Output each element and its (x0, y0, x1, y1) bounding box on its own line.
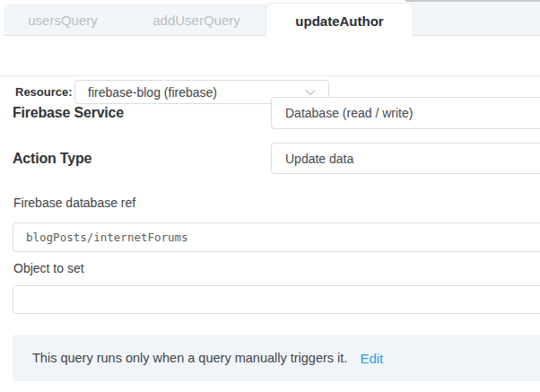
tab-add-user-query[interactable]: addUserQuery (134, 4, 259, 36)
object-to-set-label: Object to set (13, 261, 84, 275)
firebase-service-label: Firebase Service (13, 105, 124, 121)
run-trigger-message: This query runs only when a query manual… (13, 351, 347, 365)
action-type-select[interactable]: Update data (271, 143, 540, 174)
database-ref-label: Firebase database ref (13, 196, 135, 210)
resource-select-value: firebase-blog (firebase) (75, 85, 305, 100)
panel-top-edge-fill (410, 2, 540, 5)
database-ref-input[interactable]: blogPosts/internetForums (13, 222, 540, 252)
object-to-set-input[interactable] (13, 285, 540, 314)
query-tab-bar: usersQuery addUserQuery updateAuthor (4, 4, 540, 36)
action-type-label: Action Type (13, 151, 91, 167)
firebase-service-select[interactable]: Database (read / write) (271, 97, 540, 129)
run-trigger-info-bar: This query runs only when a query manual… (13, 335, 540, 381)
tab-update-author[interactable]: updateAuthor (266, 3, 414, 38)
resource-row: Resource: firebase-blog (firebase) (0, 37, 540, 76)
database-ref-value: blogPosts/internetForums (13, 231, 188, 244)
tab-users-query[interactable]: usersQuery (13, 4, 113, 36)
chevron-down-icon (305, 89, 316, 96)
action-type-value: Update data (272, 152, 353, 166)
query-editor-panel: usersQuery addUserQuery updateAuthor Res… (0, 0, 540, 392)
firebase-service-value: Database (read / write) (272, 106, 413, 120)
resource-label: Resource: (15, 85, 73, 99)
edit-trigger-link[interactable]: Edit (360, 351, 383, 366)
